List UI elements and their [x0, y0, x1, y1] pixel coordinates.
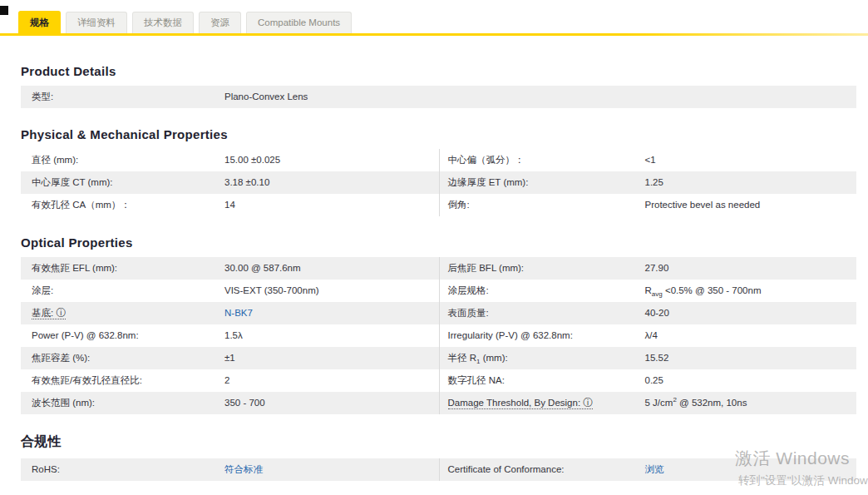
spec-label: 基底: ⓘ [21, 302, 224, 324]
info-icon[interactable]: ⓘ [56, 307, 66, 319]
spec-cell: 涂层规格:Ravg <0.5% @ 350 - 700nm [439, 280, 857, 302]
section-title-physical-mechanical-properties: Physical & Mechanical Properties [21, 127, 856, 141]
spec-row: 焦距容差 (%):±1半径 R1 (mm):15.52 [21, 347, 856, 369]
spec-cell: 中心偏（弧分）：<1 [439, 149, 857, 171]
spec-row: 有效焦距/有效孔径直径比:2数字孔径 NA:0.25 [21, 369, 856, 392]
spec-label: 倒角: [440, 194, 645, 216]
spec-label: 边缘厚度 ET (mm): [440, 171, 645, 194]
tab-specifications[interactable]: 规格 [18, 11, 61, 33]
spec-value: 3.18 ±0.10 [224, 171, 439, 194]
spec-label: 有效焦距/有效孔径直径比: [21, 369, 224, 392]
spec-label: 有效孔径 CA（mm）： [21, 194, 224, 216]
section-title-product-details: Product Details [21, 64, 856, 78]
spec-row: 类型:Plano-Convex Lens [21, 86, 856, 108]
spec-cell: 数字孔径 NA:0.25 [439, 369, 857, 392]
spec-cell: RoHS:符合标准 [21, 458, 439, 481]
section-title-optical-properties: Optical Properties [21, 235, 856, 250]
spec-value: 1.5λ [224, 324, 439, 347]
spec-value: 15.52 [645, 347, 857, 369]
spec-value-link[interactable]: 浏览 [645, 458, 857, 481]
spec-label: Certificate of Conformance: [440, 458, 645, 481]
spec-cell: 有效孔径 CA（mm）：14 [21, 194, 439, 216]
spec-cell: 中心厚度 CT (mm):3.18 ±0.10 [21, 171, 439, 194]
section-title-compliance: 合规性 [21, 433, 856, 451]
spec-label: 半径 R1 (mm): [440, 347, 645, 369]
spec-row: 涂层:VIS-EXT (350-700nm)涂层规格:Ravg <0.5% @ … [21, 280, 856, 302]
spec-label: 有效焦距 EFL (mm): [21, 257, 224, 280]
spec-value: λ/4 [645, 324, 857, 347]
spec-row: 基底: ⓘN-BK7表面质量:40-20 [21, 302, 856, 324]
spec-row: 波长范围 (nm):350 - 700Damage Threshold, By … [21, 392, 856, 414]
spec-value: 350 - 700 [224, 392, 439, 414]
spec-row: 有效焦距 EFL (mm):30.00 @ 587.6nm后焦距 BFL (mm… [21, 257, 856, 280]
spec-label: 中心偏（弧分）： [440, 149, 645, 171]
spec-cell: 边缘厚度 ET (mm):1.25 [439, 171, 857, 194]
spec-cell: 有效焦距/有效孔径直径比:2 [21, 369, 439, 392]
info-icon[interactable]: ⓘ [583, 397, 593, 408]
spec-label: 直径 (mm): [21, 149, 224, 171]
spec-cell: 倒角:Protective bevel as needed [439, 194, 857, 216]
tab-compatible-mounts[interactable]: Compatible Mounts [246, 12, 352, 33]
spec-value: Plano-Convex Lens [224, 86, 856, 108]
tab-bar: 规格详细资料技术数据资源Compatible Mounts [0, 0, 868, 36]
spec-label: Power (P-V) @ 632.8nm: [21, 324, 224, 347]
spec-row: 有效孔径 CA（mm）：14倒角:Protective bevel as nee… [21, 194, 856, 216]
spec-value: Ravg <0.5% @ 350 - 700nm [645, 280, 857, 302]
tab-technical-data[interactable]: 技术数据 [132, 12, 194, 33]
spec-cell: Irregularity (P-V) @ 632.8nm:λ/4 [439, 324, 857, 347]
spec-cell: 表面质量:40-20 [439, 302, 857, 324]
tab-resources[interactable]: 资源 [199, 12, 241, 33]
spec-label: 类型: [21, 86, 224, 108]
spec-value: 5 J/cm2 @ 532nm, 10ns [645, 392, 857, 414]
spec-cell: 波长范围 (nm):350 - 700 [21, 392, 439, 414]
spec-label: 后焦距 BFL (mm): [440, 257, 645, 280]
spec-label: 焦距容差 (%): [21, 347, 224, 369]
spec-value: 40-20 [645, 302, 857, 324]
spec-label: Irregularity (P-V) @ 632.8nm: [440, 324, 645, 347]
spec-value: 27.90 [645, 257, 857, 280]
spec-cell: 基底: ⓘN-BK7 [21, 302, 439, 324]
spec-value: 0.25 [645, 369, 857, 392]
spec-label: 涂层: [21, 280, 224, 302]
spec-value: <1 [645, 149, 857, 171]
spec-label: 表面质量: [440, 302, 645, 324]
spec-value: 1.25 [645, 171, 857, 194]
spec-cell: 半径 R1 (mm):15.52 [439, 347, 857, 369]
spec-row: RoHS:符合标准Certificate of Conformance:浏览 [21, 458, 856, 481]
spec-value: 15.00 ±0.025 [224, 149, 439, 171]
spec-content: Product Details类型:Plano-Convex LensPhysi… [0, 64, 868, 481]
spec-row: 中心厚度 CT (mm):3.18 ±0.10边缘厚度 ET (mm):1.25 [21, 171, 856, 194]
spec-value: VIS-EXT (350-700nm) [224, 280, 439, 302]
spec-cell: 焦距容差 (%):±1 [21, 347, 439, 369]
spec-value: 14 [224, 194, 439, 216]
spec-label: 波长范围 (nm): [21, 392, 224, 414]
spec-label: RoHS: [21, 458, 224, 481]
spec-value: 30.00 @ 587.6nm [224, 257, 439, 280]
spec-cell: Certificate of Conformance:浏览 [439, 458, 857, 481]
spec-row: 直径 (mm):15.00 ±0.025中心偏（弧分）：<1 [21, 149, 856, 171]
spec-label: 涂层规格: [440, 280, 645, 302]
spec-value: Protective bevel as needed [645, 194, 857, 216]
spec-cell: 类型:Plano-Convex Lens [21, 86, 856, 108]
spec-label: Damage Threshold, By Design: ⓘ [440, 392, 645, 414]
spec-cell: 后焦距 BFL (mm):27.90 [439, 257, 857, 280]
spec-row: Power (P-V) @ 632.8nm:1.5λIrregularity (… [21, 324, 856, 347]
spec-cell: Power (P-V) @ 632.8nm:1.5λ [21, 324, 439, 347]
spec-cell: 直径 (mm):15.00 ±0.025 [21, 149, 439, 171]
spec-value: ±1 [224, 347, 439, 369]
spec-cell: 有效焦距 EFL (mm):30.00 @ 587.6nm [21, 257, 439, 280]
spec-page: { "colors": { "accent": "#ffd400", "link… [0, 0, 868, 495]
spec-value-link[interactable]: N-BK7 [224, 302, 439, 324]
spec-value: 2 [224, 369, 439, 392]
spec-label: 中心厚度 CT (mm): [21, 171, 224, 194]
spec-value-link[interactable]: 符合标准 [224, 458, 439, 481]
tab-details[interactable]: 详细资料 [66, 12, 127, 33]
spec-label: 数字孔径 NA: [440, 369, 645, 392]
spec-cell: Damage Threshold, By Design: ⓘ5 J/cm2 @ … [439, 392, 857, 414]
tab-accent-underline [0, 33, 868, 36]
spec-cell: 涂层:VIS-EXT (350-700nm) [21, 280, 439, 302]
